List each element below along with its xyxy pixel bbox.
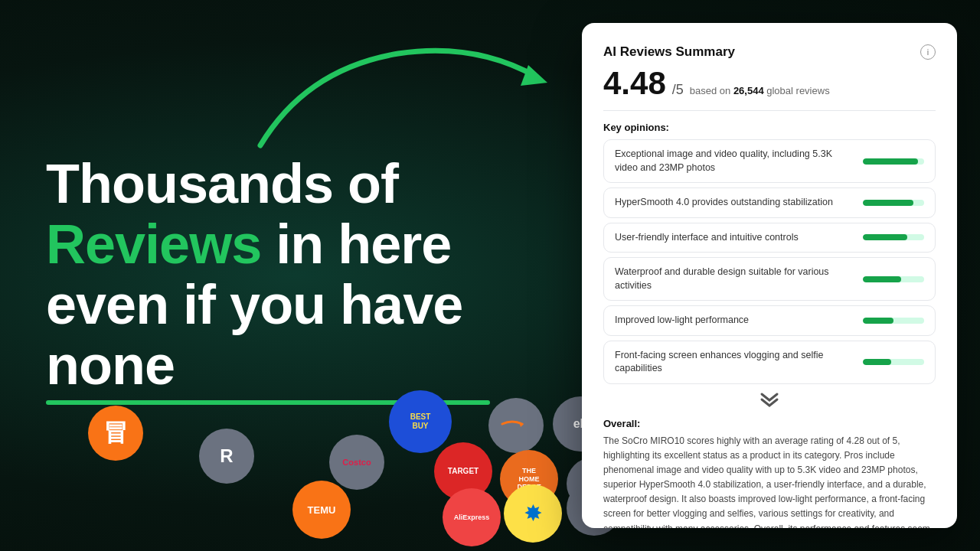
opinion-bar-fill-6 <box>863 359 891 365</box>
headline-suffix: in here <box>261 214 451 275</box>
headline-line3: even if you have none <box>46 274 462 396</box>
logo-rakuten: R <box>199 429 254 484</box>
opinion-item-5: Improved low-light performance <box>603 305 936 336</box>
opinion-bar-fill-3 <box>863 234 907 240</box>
arrow-graphic <box>245 23 567 176</box>
opinion-item-4: Waterproof and durable design suitable f… <box>603 257 936 301</box>
key-opinions-label: Key opinions: <box>603 122 936 133</box>
logo-amazon <box>488 398 544 453</box>
opinion-text-6: Front-facing screen enhances vlogging an… <box>615 349 854 376</box>
rating-value: 4.48 <box>603 67 666 99</box>
logo-bestbuy: BESTBUY <box>389 390 452 453</box>
opinion-item-2: HyperSmooth 4.0 provides outstanding sta… <box>603 187 936 218</box>
divider-1 <box>603 110 936 111</box>
opinion-bar-1 <box>863 158 924 165</box>
rating-meta-prefix: based on <box>690 85 733 96</box>
review-card: AI Reviews Summary 4.48 /5 based on 26,5… <box>582 23 957 528</box>
card-title: AI Reviews Summary <box>603 44 936 60</box>
opinion-bar-5 <box>863 318 924 324</box>
opinion-item-3: User-friendly interface and intuitive co… <box>603 223 936 253</box>
opinion-item-6: Front-facing screen enhances vlogging an… <box>603 341 936 384</box>
expand-chevron[interactable] <box>603 389 936 418</box>
opinion-bar-fill-2 <box>863 200 913 206</box>
logos-area: 冒 R BESTBUY eb Costco TARGET THEHOMEDEPO… <box>31 383 567 536</box>
logo-costco: Costco <box>329 435 384 490</box>
opinion-text-3: User-friendly interface and intuitive co… <box>615 231 854 245</box>
logo-ali: 冒 <box>88 406 143 461</box>
overall-text: The SoCro MIRO10 scores highly with an a… <box>603 434 936 529</box>
opinion-bar-fill-1 <box>863 158 918 165</box>
rating-denom: /5 <box>672 82 684 98</box>
opinion-bar-fill-5 <box>863 318 893 324</box>
opinion-item-1: Exceptional image and video quality, inc… <box>603 139 936 183</box>
opinion-text-4: Waterproof and durable design suitable f… <box>615 266 854 292</box>
headline-line2: Reviews in here <box>46 214 551 275</box>
rating-row: 4.48 /5 based on 26,544 global reviews <box>603 67 936 99</box>
opinion-bar-4 <box>863 276 924 282</box>
logo-aliexpress: AliExpress <box>443 488 501 546</box>
opinion-bar-2 <box>863 200 924 206</box>
overall-label: Overall: <box>603 418 936 429</box>
logo-walmart: ✸ <box>504 484 562 543</box>
headline-block: Thousands of Reviews in here even if you… <box>46 154 551 413</box>
opinion-text-1: Exceptional image and video quality, inc… <box>615 148 854 174</box>
opinion-bar-fill-4 <box>863 276 901 282</box>
logo-temu: TEMU <box>292 481 351 539</box>
opinion-text-2: HyperSmooth 4.0 provides outstanding sta… <box>615 196 854 210</box>
reviews-word: Reviews <box>46 214 261 275</box>
review-count: 26,544 <box>733 85 764 96</box>
rating-meta-suffix: global reviews <box>764 85 830 96</box>
opinion-text-5: Improved low-light performance <box>615 314 854 328</box>
info-icon[interactable]: i <box>920 44 936 60</box>
rating-meta: based on 26,544 global reviews <box>690 85 830 96</box>
opinion-bar-3 <box>863 234 924 240</box>
opinion-bar-6 <box>863 359 924 365</box>
